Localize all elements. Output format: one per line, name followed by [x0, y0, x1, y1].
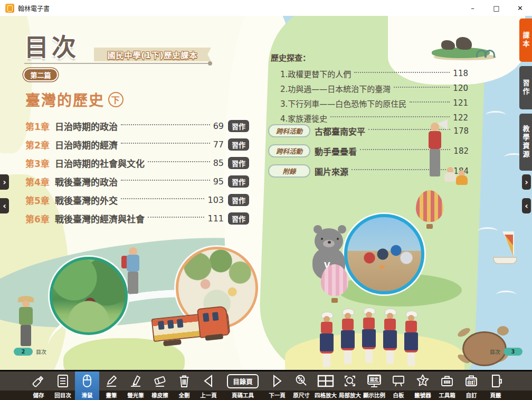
toolbar-label: 螢光筆	[127, 391, 144, 399]
trash-icon	[176, 372, 192, 390]
toolbar-delete-all[interactable]: 全刪	[172, 371, 196, 400]
toolbar-page-tool[interactable]: 目錄頁 頁碼工具	[221, 371, 265, 400]
toolbar-whiteboard[interactable]: 白板	[386, 371, 411, 400]
right-edge-forward-arrow[interactable]: ›	[522, 174, 531, 190]
explore-page-number: 120	[453, 83, 468, 93]
workbook-badge[interactable]: 習作	[228, 212, 249, 225]
chapter-number: 第3章	[25, 156, 55, 170]
toolbar-number-picker[interactable]: 7 籤號器	[411, 371, 435, 400]
toolbar-eraser[interactable]: 橡皮擦	[148, 371, 172, 400]
title-bar: 翰林電子書 – □ ✕	[0, 0, 532, 16]
star-number-icon: 7	[415, 372, 431, 390]
workbook-badge[interactable]: 習作	[228, 157, 249, 169]
chapter-row[interactable]: 第4章 戰後臺灣的政治 95 習作	[25, 175, 249, 187]
workbook-badge[interactable]: 習作	[228, 120, 249, 132]
explore-row[interactable]: 3.下行列車——白色恐怖下的原住民 121	[280, 99, 468, 107]
minimize-button[interactable]: –	[461, 0, 484, 16]
chapter-row[interactable]: 第1章 日治時期的政治 69 習作	[25, 120, 249, 132]
chapter-number: 第2章	[25, 138, 55, 151]
left-edge-back-arrow[interactable]: ‹	[0, 198, 9, 213]
toolbar-label: 工具箱	[439, 391, 455, 399]
mouse-icon	[79, 372, 95, 390]
dotted-leader	[121, 143, 210, 144]
right-page-number-pill: 3	[504, 348, 522, 356]
toolbar-prev-page[interactable]: 上一頁	[196, 371, 221, 400]
toolbar-pen[interactable]: 畫筆	[99, 371, 124, 400]
chapter-row[interactable]: 第3章 日治時期的社會與文化 85 習作	[25, 157, 249, 169]
part-badge: 第二篇	[23, 68, 58, 81]
explore-row[interactable]: 2.功與過——日本統治下的臺灣 120	[280, 84, 468, 92]
dotted-leader	[148, 217, 204, 218]
sailboat-illustration	[490, 231, 517, 268]
fixed-ratio-text: 固定	[368, 376, 380, 383]
toolbar-label: 頁籤	[490, 391, 501, 399]
app-title: 翰林電子書	[18, 4, 50, 13]
tab-workbook[interactable]: 習作	[519, 66, 532, 109]
eraser-icon	[152, 372, 168, 390]
explore-page-number: 118	[453, 69, 468, 78]
toolbar-quad-zoom[interactable]: 四格放大	[314, 371, 338, 400]
toolbar-save[interactable]: 儲存	[26, 371, 51, 400]
workbook-badge[interactable]: 習作	[228, 138, 249, 151]
toolbar-label: 上一頁	[200, 391, 217, 399]
explore-title: 1.政權更替下的人們	[280, 68, 351, 79]
train-illustration	[150, 302, 229, 347]
book-spread: 目次 國民中學(1下)歷史課本 第二篇 臺灣的歷史 下 第1章 日治時期的政治 …	[0, 16, 532, 370]
left-edge-forward-arrow[interactable]: ›	[0, 174, 9, 190]
farmer-illustration	[14, 296, 41, 354]
book-banner-text: 國民中學(1下)歷史課本	[107, 49, 197, 60]
explore-title: 2.功與過——日本統治下的臺灣	[280, 83, 391, 94]
dotted-leader	[394, 87, 450, 88]
toolbar-next-page[interactable]: 下一頁	[265, 371, 289, 400]
chapter-row[interactable]: 第6章 戰後臺灣的經濟與社會 111 習作	[25, 212, 249, 224]
right-page-footer: 目次 3	[490, 348, 522, 356]
section-title-text: 臺灣的歷史	[25, 89, 104, 110]
explore-row[interactable]: 1.政權更替下的人們 118	[280, 69, 468, 78]
indigenous-dancers-illustration	[318, 308, 423, 370]
toolbar-label: 頁碼工具	[232, 391, 254, 399]
maximize-button[interactable]: □	[484, 0, 508, 16]
chapter-row[interactable]: 第2章 日治時期的經濟 77 習作	[25, 138, 249, 150]
title-divider	[24, 63, 210, 64]
toc-page-button[interactable]: 目錄頁	[227, 374, 259, 388]
chapter-title: 日治時期的經濟	[55, 138, 118, 151]
toolbar-toolbox[interactable]: 工具箱	[435, 371, 459, 400]
toolbar-label: 原尺寸	[293, 391, 310, 399]
toolbar-page-tabs[interactable]: 頁籤	[483, 371, 508, 400]
chapter-title: 戰後臺灣的政治	[55, 175, 118, 188]
dotted-leader	[410, 101, 450, 103]
toolbar-highlighter[interactable]: 螢光筆	[124, 371, 148, 400]
toolbar-custom[interactable]: 自訂 自訂	[459, 371, 483, 400]
toolbar-original-size[interactable]: 原尺寸	[289, 371, 314, 400]
bookmark-book-icon	[488, 372, 504, 390]
whiteboard-icon	[391, 372, 406, 390]
toolbar-label: 滑鼠	[82, 391, 93, 399]
right-edge-back-arrow[interactable]: ‹	[522, 198, 531, 213]
app-logo-icon	[5, 4, 14, 13]
toolbar-display-ratio[interactable]: 固定 顯示比例	[362, 371, 386, 400]
wave-decoration	[496, 291, 516, 299]
close-button[interactable]: ✕	[508, 0, 532, 16]
tab-textbook[interactable]: 課本	[519, 18, 532, 62]
workbook-badge[interactable]: 習作	[228, 194, 249, 206]
hiker-illustration	[122, 247, 144, 305]
toolbar-label: 顯示比例	[363, 391, 385, 399]
activity-badge: 跨科活動	[268, 124, 310, 137]
next-page-icon	[269, 372, 285, 390]
left-page-footer-label: 目次	[36, 348, 46, 356]
left-page-number-pill: 2	[14, 348, 33, 356]
right-page-footer-label: 目次	[490, 348, 500, 356]
toolbar-partial-zoom[interactable]: 局部放大	[338, 371, 362, 400]
chapter-page-number: 111	[207, 213, 224, 224]
toolbar-mouse[interactable]: 滑鼠	[75, 371, 99, 400]
activity-title: 動手疊疊看	[315, 145, 357, 157]
explore-title: 3.下行列車——白色恐怖下的原住民	[280, 98, 406, 109]
toolbar-label: 橡皮擦	[151, 391, 168, 399]
toolbar-back-to-toc[interactable]: 回目次	[51, 371, 75, 400]
chapter-title: 日治時期的政治	[55, 119, 118, 133]
ebook-app-window: 翰林電子書 – □ ✕ 目次	[0, 0, 532, 400]
workbook-badge[interactable]: 習作	[228, 175, 249, 188]
chapter-row[interactable]: 第5章 戰後臺灣的外交 103 習作	[25, 194, 249, 206]
tab-teaching-resources[interactable]: 教學資源	[519, 114, 532, 171]
chapter-list: 第1章 日治時期的政治 69 習作 第2章 日治時期的經濟 77 習作 第3章 …	[25, 120, 249, 224]
